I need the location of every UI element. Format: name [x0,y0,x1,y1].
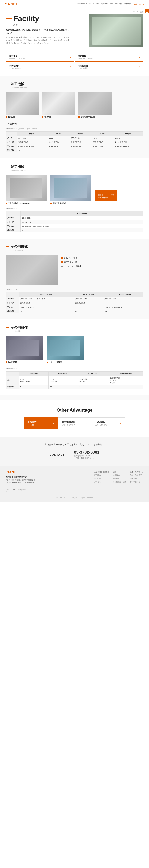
adv-arrow-1: > [52,422,54,425]
link-card-arrow-2: > [139,56,140,59]
footer-nav-item-3-3[interactable]: 採用情報 [130,477,143,480]
adv-arrow-2: > [86,422,88,425]
orange-tab[interactable]: 採用情報 [145,9,149,12]
processing-machines-section: 加工機械 Processing machines 横形MC 立形MC 横形実績立… [0,76,149,158]
fac-cell-1-2: CAM CAM Sim [49,376,77,385]
footer-nav-item-2-3[interactable]: 測定機械 [113,477,126,480]
link-card-arrow-1: > [70,56,71,59]
cell-count-5 [114,148,143,152]
link-card-sub-4: Other facilities [78,67,89,69]
other-machines-accent-bar [6,246,9,247]
meas-header-empty [6,212,21,216]
meas-cell-series-1: GLU/GU4&MR [21,220,143,224]
fac-row-spec: 仕様 [6,376,19,385]
machine-label-2: 立形MC [44,116,51,119]
link-card-measuring[interactable]: 測定機械 Measuring machines > [75,53,143,62]
om-header-empty [6,292,19,297]
footer-nav-item-1-4[interactable]: アクセス [94,481,109,483]
advantage-card-technology[interactable]: Technology 技術・ものづくり > [58,417,91,429]
facility-dot-2 [47,362,48,363]
footer-nav-item-1-2[interactable]: 経営理念 [94,474,109,476]
cell-maker-2: 4990a [47,136,69,140]
bullet-label-3: アフォール、電解UP [64,265,81,268]
measuring-label-2: 小型三次元測定機 [53,202,66,205]
other-advantage-title: Other Advantage [6,407,143,413]
link-card-arrow-4: > [139,66,140,68]
footer-nav-item-3-1[interactable]: 技術・ものづくり [130,471,143,473]
footer-nav-item-2-4[interactable]: その他機械・設備 [113,481,126,483]
cell-maker-3: 47PA / テムパ [69,136,92,140]
footer-top-row: SANEI 株式会社 三栄精機製作所 〒144-0055 東京都大田区仲六郷2-… [6,471,143,484]
section-spacer [0,395,149,400]
fac-row-count: 形状台数 [6,385,19,389]
section-accent-bar [6,84,9,85]
nav-item-3[interactable]: 製品・加工事例 [110,3,122,6]
advantage-card-quality[interactable]: Quality 品質・品質管理 > [91,417,125,429]
other-advantage-section: Other Advantage Facility 設備 > Technology… [0,400,149,436]
link-card-title-3: その他機械 [9,64,21,67]
om-cell-4-3: 120 [103,309,143,313]
table-row: シリーズ 横形テアスス 修正テアスス 横形テアスス 立形テアスス 24 or 4… [6,140,143,144]
machine-label-3: 横形実績立形MC [81,116,95,119]
logo[interactable]: SANEI [4,2,17,6]
processing-subsection: 不金説明 仕様 / チェック（横形MC/立形MC/立形MC） 横形MC 立形MC… [6,122,143,152]
hero-image [90,14,143,47]
adv-card-title-2: Technology [61,421,75,423]
footer-nav-item-1-3[interactable]: 会社概要 [94,477,109,480]
cta-phone: 03-3732-6381 [74,450,99,455]
link-card-other-machines[interactable]: その他機械 Other machines > [6,63,74,71]
footer-nav-item-2-1[interactable]: 設備 [113,471,126,473]
nav-item-2[interactable]: 加工機械・測定機械 [93,3,108,6]
cta-days: （月曜〜金曜 祝祭日除く） [74,457,99,460]
row-label-maker: メーカー [6,136,17,140]
footer-nav-item-2-2[interactable]: 加工機械 [113,474,126,476]
table-row: 仕様 CAD Alumina-Sim CAM CAM Sim レーザー洗浄 SI… [6,376,143,385]
link-card-arrow-3: > [70,66,71,68]
hero-section: HOME > 設備 採用情報 Facility 設備 充実の加工設備、測定設備、… [0,9,149,50]
fac-cell-2-4: ー [108,385,143,389]
machine-dot-1 [6,116,7,118]
footer-company: 株式会社 三栄精機製作所 [6,475,35,478]
om-header-2: 真空テナイト機 [74,292,103,297]
link-card-processing[interactable]: 加工機械 Processing machines > [6,53,74,62]
link-card-sub-1: Processing machines [9,58,25,59]
fac-cell-1-1: CAD Alumina-Sim [19,376,49,385]
cta-section: 高精度が求められる加工でお困りの際は、いつでもお気軽に CONTACT 03-3… [0,436,149,466]
list-item-cnc: CNCラナイト機 [61,257,143,259]
logo-text: SANEI [5,2,17,6]
nav-item-1[interactable]: 三栄精機製作所とは [75,3,91,6]
cell-file-4: 47040-47040 [92,144,114,148]
om-row-count: 形状台数 [6,309,19,313]
nav-item-4[interactable]: 採用情報 [124,3,131,6]
footer-bottom: © 2021 SANEI SEIKI Co., Ltd. All Rights … [6,494,143,499]
footer-nav-item-1-1[interactable]: 三栄精機製作所とは [94,471,109,473]
footer-nav-item-3-2[interactable]: 品質・品質管理 [130,474,143,476]
measuring-dot-2 [50,203,52,204]
measuring-machines-title: 測定機械 [11,164,24,169]
link-card-title-1: 加工機械 [9,55,25,58]
other-facilities-title: その他設備 [11,325,28,330]
measuring-spec-table: 三次元測定機 メーカー LEADERIK シリーズ GLU/GU4&MR ファイ… [6,211,143,232]
processing-table-caption: 仕様 / チェック（横形MC/立形MC/立形MC） [6,128,143,130]
table-row: メーカー LEADERIK [6,216,143,220]
adv-card-title-1: Facility [28,421,36,423]
nav-item-5[interactable]: お問い合わせ [133,3,145,6]
link-card-title-2: 測定機械 [78,55,93,58]
link-card-other-facilities[interactable]: その他設備 Other facilities > [75,63,143,71]
fac-header-4: その他洗浄機器 [108,372,143,376]
other-machines-spec-table: CNCラナイト機 真空テナイト機 アフォール、電解UP メーカー 真空テナイト機… [6,292,143,313]
footer-nav-col-3: 技術・ものづくり 品質・品質管理 採用情報 お問い合わせ [130,471,143,484]
main-nav: 三栄精機製作所とは 加工機械・測定機械 製品・加工事例 採用情報 お問い合わせ [75,3,145,6]
facility-img-cadcam: CAD/CAM [6,336,43,364]
footer-nav-item-3-4[interactable]: お問い合わせ [130,481,143,483]
om-cell-3-3: 4703-47040-5040-5040 [103,305,143,309]
measuring-dot-1 [6,203,7,204]
cell-maker-1: APPLIUS [17,136,47,140]
meas-header-1: 三次元測定機 [21,212,143,216]
measuring-table-caption: 仕様 / チェック [6,207,143,210]
meas-row-series: シリーズ [6,220,21,224]
footer-nav: 三栄精機製作所とは 経営理念 会社概要 アクセス 設備 加工機械 測定機械 その… [94,471,143,484]
table-row: 形状台数 60 [6,228,143,232]
advantage-card-facility[interactable]: Facility 設備 > [24,417,58,429]
cert-text: ISO 9001認証取得 [13,489,26,491]
